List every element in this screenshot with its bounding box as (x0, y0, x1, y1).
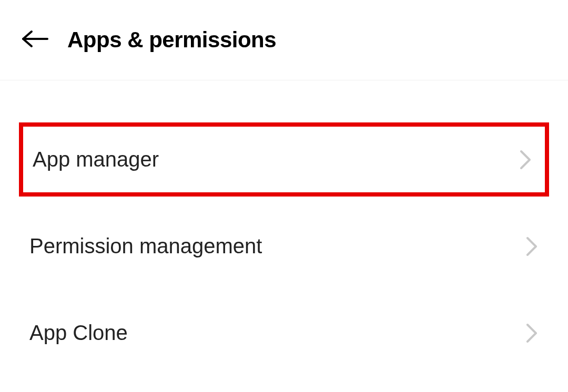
page-header: Apps & permissions (0, 0, 568, 80)
chevron-right-icon (519, 149, 532, 171)
list-item-app-manager[interactable]: App manager (19, 122, 549, 197)
list-item-label: App manager (33, 148, 159, 171)
chevron-right-icon (525, 235, 539, 257)
settings-list: App manager Permission management App Cl… (0, 80, 568, 370)
list-item-permission-management[interactable]: Permission management (0, 209, 568, 283)
list-item-label: Permission management (29, 234, 262, 258)
back-arrow-icon (21, 29, 49, 50)
spacer (0, 197, 568, 209)
spacer (0, 283, 568, 296)
page-title: Apps & permissions (67, 27, 276, 53)
list-item-label: App Clone (29, 321, 128, 345)
list-item-app-clone[interactable]: App Clone (0, 296, 568, 370)
chevron-right-icon (525, 322, 539, 344)
back-button[interactable] (21, 30, 49, 49)
